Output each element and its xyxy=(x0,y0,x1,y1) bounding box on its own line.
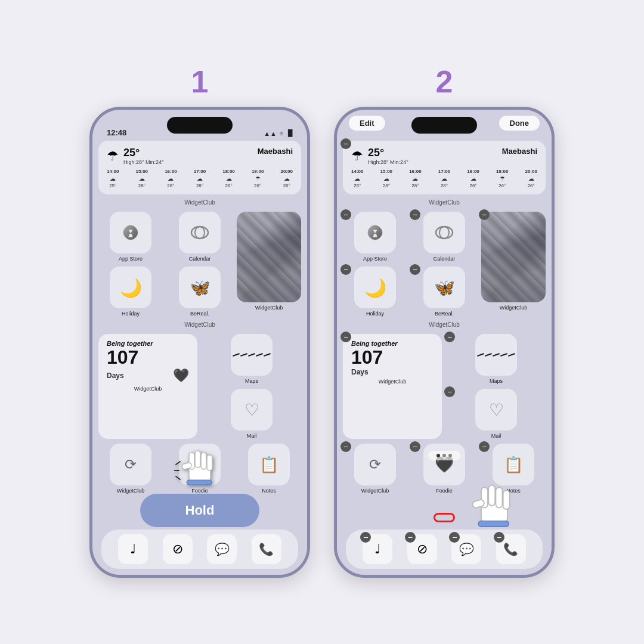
phone-dock-1[interactable]: 📞 xyxy=(252,534,281,564)
weather-hours-2: 14:00☁25° 15:00☁28° 16:00☁28° 17:00☁28° … xyxy=(351,169,537,188)
compass-dock-1[interactable]: ⊘ xyxy=(163,534,193,564)
mail-icon-1[interactable]: ♡ Mail xyxy=(202,389,301,439)
weather-range-2: High:28° Min:24° xyxy=(368,159,408,165)
svg-rect-21 xyxy=(503,490,509,509)
svg-rect-7 xyxy=(195,451,200,467)
red-highlight-2 xyxy=(434,513,455,522)
step-1: 1 12:48 ▲▲ ᯤ ▉ xyxy=(89,66,310,578)
second-row-1: Being together 107 Days 🖤 WidgetClub xyxy=(98,334,301,439)
app-grid-1: App Store Calendar xyxy=(98,212,301,317)
notes-icon-1[interactable]: 📋 Notes xyxy=(237,444,301,494)
messages-dock-1[interactable]: 💬 xyxy=(207,534,237,564)
edit-done-bar-2: Edit Done xyxy=(337,116,552,131)
maps-icon-1[interactable]: Maps xyxy=(202,334,301,384)
mail-icon-2[interactable]: ♡ Mail xyxy=(447,389,546,439)
svg-point-1 xyxy=(195,227,205,239)
umbrella-icon-1: ☂ xyxy=(107,148,119,164)
svg-rect-11 xyxy=(187,480,212,485)
phone-2: Edit Done ☂ 25° Hig xyxy=(334,107,555,578)
weather-city-1: Maebashi xyxy=(258,147,293,156)
step-2-number: 2 xyxy=(436,66,453,97)
calendar-icon-1[interactable]: Calendar xyxy=(168,212,232,262)
weather-temp-1: 25° xyxy=(123,147,164,159)
weather-widget-2: ☂ 25° High:28° Min:24° Maebashi 14:00☁25… xyxy=(343,141,546,194)
bereal-icon-1[interactable]: 🦋 BeReal. xyxy=(168,267,232,317)
widget-club-label-p2: WidgetClub xyxy=(343,199,546,206)
music-dock-wrapper-2: ♩ xyxy=(363,534,392,564)
relationship-widget-1: Being together 107 Days 🖤 WidgetClub xyxy=(98,334,197,439)
svg-rect-8 xyxy=(201,453,206,469)
hand-cursor-1 xyxy=(173,444,227,497)
svg-point-16 xyxy=(439,227,449,239)
weather-widget-1: ☂ 25° High:28° Min:24° Maebashi 14:00☁25… xyxy=(98,141,301,194)
app-grid-2: App Store Calendar xyxy=(343,212,546,317)
dock-1: ♩ ⊘ 💬 📞 xyxy=(101,530,298,569)
bereal-label-1: BeReal. xyxy=(190,311,209,317)
second-row-2: Being together 107 Days WidgetClub xyxy=(343,334,546,439)
calendar-icon-2[interactable]: Calendar xyxy=(412,212,476,262)
holiday-icon-1[interactable]: 🌙 Holiday xyxy=(98,267,163,317)
svg-point-0 xyxy=(191,227,208,239)
umbrella-icon-2: ☂ xyxy=(351,148,363,164)
calendar-label-1: Calendar xyxy=(189,256,211,262)
status-icons-1: ▲▲ ᯤ ▉ xyxy=(264,129,293,137)
widget-club-label-1: WidgetClub xyxy=(98,199,301,206)
svg-line-14 xyxy=(176,476,180,479)
compass-dock-wrapper-2: ⊘ xyxy=(407,534,437,564)
step-2: 2 Edit Done xyxy=(334,66,555,578)
dots-indicator-2[interactable] xyxy=(428,451,460,460)
hold-button-1[interactable]: Hold xyxy=(140,494,259,527)
maps-icon-2[interactable]: Maps xyxy=(447,334,546,384)
main-container: 1 12:48 ▲▲ ᯤ ▉ xyxy=(66,42,578,602)
music-dock-1[interactable]: ♩ xyxy=(118,534,148,564)
app-store-label-1: App Store xyxy=(119,256,143,262)
phone-1: 12:48 ▲▲ ᯤ ▉ ☂ xyxy=(89,107,310,578)
widget-club-label-2: WidgetClub xyxy=(98,321,301,328)
holiday-icon-2[interactable]: 🌙 Holiday xyxy=(343,267,407,317)
app-store-icon-1[interactable]: App Store xyxy=(98,212,163,262)
app-store-icon-2[interactable]: App Store xyxy=(343,212,407,262)
svg-rect-9 xyxy=(207,455,212,470)
status-time-1: 12:48 xyxy=(107,128,126,137)
svg-rect-20 xyxy=(496,487,502,507)
hand-cursor-2 xyxy=(462,476,527,542)
widget-club-label-p2b: WidgetClub xyxy=(343,321,546,328)
weather-hours-1: 14:00☁25° 15:00☁28° 16:00☁28° 17:00☁28° … xyxy=(107,169,293,188)
holiday-label-1: Holiday xyxy=(122,311,140,317)
step-1-number: 1 xyxy=(191,66,209,97)
hold-text-1: Hold xyxy=(185,503,215,518)
relationship-widget-2: Being together 107 Days WidgetClub xyxy=(343,334,442,439)
bereal-icon-2[interactable]: 🦋 BeReal. xyxy=(412,267,476,317)
svg-rect-23 xyxy=(478,521,509,527)
widgetclub-bottom-2[interactable]: ⟳ WidgetClub xyxy=(343,444,407,494)
svg-rect-19 xyxy=(488,485,495,506)
weather-minus-2[interactable] xyxy=(340,138,351,149)
right-apps-2: Maps ♡ Mail xyxy=(447,334,546,439)
marble-widget-2: WidgetClub xyxy=(481,212,546,317)
right-apps-1: Maps ♡ Mail xyxy=(202,334,301,439)
edit-button-2[interactable]: Edit xyxy=(349,116,385,131)
weather-city-2: Maebashi xyxy=(502,147,537,156)
done-button-2[interactable]: Done xyxy=(499,116,540,131)
dynamic-island-1 xyxy=(167,117,233,134)
svg-point-15 xyxy=(436,227,453,239)
marble-widget-1: WidgetClub xyxy=(237,212,301,317)
widgetclub-bottom-1[interactable]: ⟳ WidgetClub xyxy=(98,444,163,494)
svg-line-12 xyxy=(176,462,180,465)
weather-range-1: High:28° Min:24° xyxy=(123,159,164,165)
weather-temp-2: 25° xyxy=(368,147,408,159)
